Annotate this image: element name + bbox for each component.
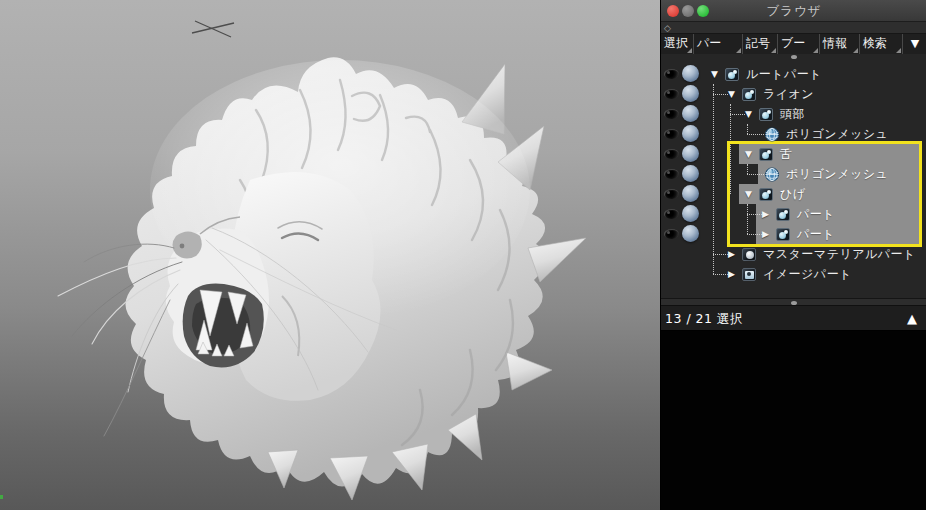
tab-2[interactable]: パー [694,34,743,54]
axis-corner-marker [0,495,3,499]
tree-row[interactable]: ▼ルートパート [661,64,926,84]
row-content: ▼舌 [745,144,793,164]
expander-open-icon[interactable]: ▼ [711,69,724,79]
part-icon [775,227,791,242]
tab-label: 検索 [863,36,887,50]
tree-connector-line [747,234,762,235]
row-content: ▼ひげ [745,184,806,204]
tree-connector-line [747,214,762,215]
shade3d-window: ブラウザ ◇ 選択パー記号ブー情報検索▼ ▼ルートパート▼ライオン▼頭部ポリゴン… [0,0,926,510]
tree-connector-line [713,254,728,255]
tree-connector-line [747,124,748,134]
tree-row-label: 頭部 [780,106,805,123]
tree-row-label: パート [797,226,835,243]
tab-grip-icon [736,48,741,53]
tree-row-label: ポリゴンメッシュ [786,126,888,143]
tree-row-label: 舌 [780,146,793,163]
panel-empty-area [661,331,926,510]
tab-grip-icon [813,48,818,53]
collapse-triangle-icon[interactable]: ▲ [907,306,917,331]
tab-grip-icon [853,48,858,53]
crosshair-marker [192,21,234,37]
tree-row[interactable]: ▶パート [661,224,926,244]
3d-viewport[interactable] [0,0,660,510]
part-icon [758,187,774,202]
tree-connector-line [730,114,745,115]
part-icon [741,87,757,102]
tree-row[interactable]: ▶マスターマテリアルパート [661,244,926,264]
row-content: ▶パート [762,224,835,244]
tree-row[interactable]: ▼頭部 [661,104,926,124]
selection-count: 13 / 21 選択 [665,306,743,331]
tab-grip-icon [687,48,692,53]
tree-row[interactable]: ▼舌 [661,144,926,164]
tab-6[interactable]: 検索 [860,34,903,54]
tree-connector-line [747,204,748,234]
tree-row-label: ルートパート [746,66,822,83]
diamond-handle-icon[interactable]: ◇ [664,22,671,34]
divider-handle-dot [791,301,797,305]
tab-label: 情報 [823,36,847,50]
tree-row[interactable]: ▼ひげ [661,184,926,204]
tree-connector-line [713,84,714,274]
status-bar: 13 / 21 選択 ▲ [661,306,926,331]
row-content: ▶マスターマテリアルパート [728,244,916,264]
tree-row-label: マスターマテリアルパート [763,246,916,263]
expander-open-icon[interactable]: ▼ [745,189,758,199]
browser-titlebar[interactable]: ブラウザ [661,0,926,22]
tree-row[interactable]: ▼ライオン [661,84,926,104]
tab-label: パー [697,36,721,50]
tree-connector-line [730,104,731,194]
browser-toolbar: ◇ [661,22,926,34]
browser-tab-bar: 選択パー記号ブー情報検索▼ [661,34,926,54]
row-content: ▼ルートパート [711,64,822,84]
tab-grip-icon [771,48,776,53]
window-title: ブラウザ [661,0,926,22]
part-icon [775,207,791,222]
row-content: ▶イメージパート [728,264,852,284]
expander-open-icon[interactable]: ▼ [745,149,758,159]
tree-row-label: ポリゴンメッシュ [786,166,888,183]
expander-closed-icon[interactable]: ▶ [728,249,741,259]
expander-closed-icon[interactable]: ▶ [728,269,741,279]
part-icon [758,147,774,162]
tree-row-label: ひげ [780,186,806,203]
tab-label: 選択 [664,36,688,50]
tab-label: 記号 [746,36,770,50]
object-tree: ▼ルートパート▼ライオン▼頭部ポリゴンメッシュ▼舌ポリゴンメッシュ▼ひげ▶パート… [661,54,926,298]
tree-connector-line [747,174,764,175]
row-content: ▶パート [762,204,835,224]
expander-open-icon[interactable]: ▼ [728,89,741,99]
row-content: ▼頭部 [745,104,805,124]
tree-resize-divider[interactable] [661,298,926,306]
browser-panel: ブラウザ ◇ 選択パー記号ブー情報検索▼ ▼ルートパート▼ライオン▼頭部ポリゴン… [660,0,926,510]
polygon-mesh-icon [764,127,780,142]
tree-connector-line [713,274,728,275]
tab-3[interactable]: 記号 [743,34,778,54]
part-icon [758,107,774,122]
tree-row-label: ライオン [763,86,814,103]
lion-head-model [0,0,660,510]
master-material-icon [741,247,757,262]
tab-grip-icon [896,48,901,53]
tree-connector-line [747,134,764,135]
expander-closed-icon[interactable]: ▶ [762,229,775,239]
tree-row[interactable]: ▶パート [661,204,926,224]
row-content: ポリゴンメッシュ [764,164,888,184]
tree-row[interactable]: ▶イメージパート [661,264,926,284]
tab-4[interactable]: ブー [778,34,820,54]
tree-row[interactable]: ポリゴンメッシュ [661,164,926,184]
tab-label: ブー [781,36,805,50]
tree-top-handle[interactable] [791,55,797,59]
tree-connector-line [713,94,728,95]
tab-overflow-dropdown[interactable]: ▼ [903,34,926,54]
tree-row[interactable]: ポリゴンメッシュ [661,124,926,144]
expander-open-icon[interactable]: ▼ [745,109,758,119]
expander-closed-icon[interactable]: ▶ [762,209,775,219]
tab-5[interactable]: 情報 [820,34,860,54]
image-part-icon [741,267,757,282]
tree-connector-line [747,164,748,174]
tab-1[interactable]: 選択 [661,34,694,54]
row-content: ポリゴンメッシュ [764,124,888,144]
part-icon [724,67,740,82]
